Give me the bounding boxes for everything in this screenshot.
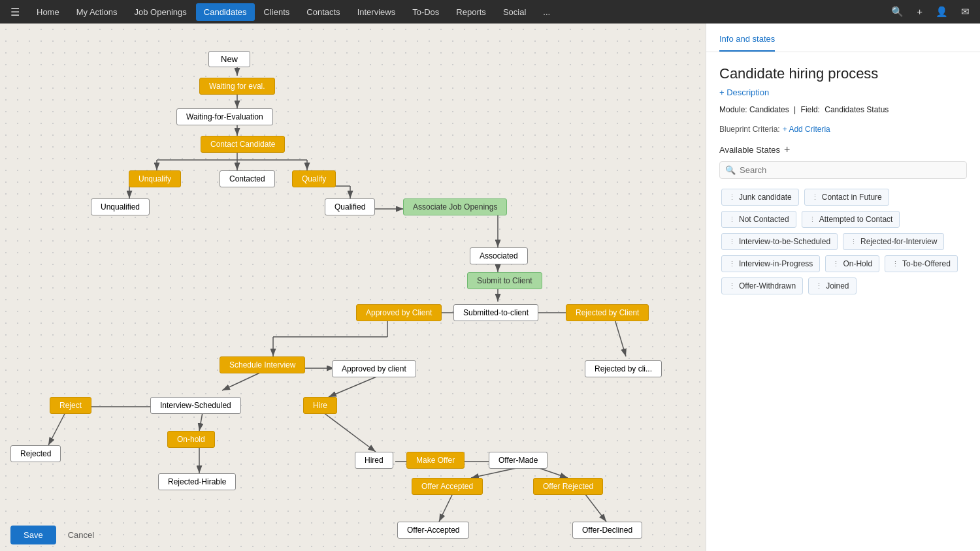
node-rejected[interactable]: Rejected [10,445,61,462]
nav-contacts[interactable]: Contacts [299,3,348,21]
state-interview-in-progress[interactable]: ⋮ Interview-in-Progress [721,255,820,272]
node-contact-candidate[interactable]: Contact Candidate [201,136,285,153]
node-schedule-interview[interactable]: Schedule Interview [220,356,305,373]
profile-icon[interactable]: 👤 [930,2,953,22]
nav-job-openings[interactable]: Job Openings [127,3,195,21]
nav-my-actions[interactable]: My Actions [69,3,125,21]
search-icon: 🔍 [725,165,736,175]
node-assoc-job[interactable]: Associate Job Openings [403,198,507,215]
search-box: 🔍 [719,161,967,179]
node-interview-scheduled[interactable]: Interview-Scheduled [150,397,241,414]
panel-main-title: Candidate hiring process [719,65,967,82]
svg-line-32 [471,467,519,478]
drag-icon: ⋮ [809,215,816,224]
add-state-button[interactable]: + [784,144,790,155]
mail-icon[interactable]: ✉ [956,2,975,22]
cancel-button[interactable]: Cancel [63,526,99,544]
search-input[interactable] [740,165,961,175]
search-icon[interactable]: 🔍 [886,2,909,22]
node-offer-accepted[interactable]: Offer Accepted [412,478,483,495]
nav-clients[interactable]: Clients [256,3,298,21]
nav-social[interactable]: Social [495,3,534,21]
state-to-be-offered[interactable]: ⋮ To-be-Offered [885,255,958,272]
svg-line-27 [199,413,203,431]
drag-icon: ⋮ [832,260,840,268]
drag-icon: ⋮ [850,238,857,246]
node-rejected-hirable[interactable]: Rejected-Hirable [158,473,236,490]
drag-icon: ⋮ [728,193,736,202]
description-link[interactable]: + Description [719,87,967,97]
state-attempted-to-contact[interactable]: ⋮ Attempted to Contact [802,211,900,228]
node-rejected-client[interactable]: Rejected by Client [566,304,649,321]
node-hired[interactable]: Hired [355,452,393,469]
panel-meta: Module: Candidates | Field: Candidates S… [719,105,967,114]
svg-line-23 [222,372,261,390]
flow-canvas[interactable]: New Waiting for eval. Waiting-for-Evalua… [0,24,706,551]
tab-info-states[interactable]: Info and states [719,34,775,52]
svg-line-35 [585,494,606,522]
drag-icon: ⋮ [728,282,736,291]
top-navigation: ☰ Home My Actions Job Openings Candidate… [0,0,980,24]
nav-home[interactable]: Home [29,3,67,21]
drag-icon: ⋮ [728,215,736,224]
node-offer-made[interactable]: Offer-Made [489,452,547,469]
svg-line-26 [48,413,65,445]
drag-icon: ⋮ [892,260,899,268]
svg-line-33 [537,467,568,478]
node-make-offer[interactable]: Make Offer [406,452,465,469]
available-states-title: Available States [719,145,780,155]
nav-todos[interactable]: To-Dos [404,3,447,21]
nav-reports[interactable]: Reports [448,3,494,21]
state-not-contacted[interactable]: ⋮ Not Contacted [721,211,796,228]
nav-interviews[interactable]: Interviews [350,3,404,21]
node-hire[interactable]: Hire [303,397,337,414]
node-submit-client[interactable]: Submit to Client [467,272,542,289]
panel-body: Candidate hiring process + Description M… [706,52,980,309]
nav-candidates[interactable]: Candidates [196,3,255,21]
svg-line-34 [439,494,453,522]
bottom-bar: Save Cancel [0,519,706,551]
node-qualify[interactable]: Qualify [292,170,336,187]
node-qualified[interactable]: Qualified [325,198,375,215]
panel-criteria: Blueprint Criteria: + Add Criteria [719,125,967,134]
add-icon[interactable]: + [911,2,928,22]
node-reject[interactable]: Reject [50,397,91,414]
node-approved-client[interactable]: Approved by Client [356,304,442,321]
node-offer-rejected[interactable]: Offer Rejected [533,478,603,495]
available-states-header: Available States + [719,144,967,155]
add-criteria-link[interactable]: + Add Criteria [783,125,830,134]
drag-icon: ⋮ [811,193,819,202]
node-associated[interactable]: Associated [470,247,528,264]
state-interview-to-be-scheduled[interactable]: ⋮ Interview-to-be-Scheduled [721,233,838,250]
node-on-hold[interactable]: On-hold [167,431,215,448]
drag-icon: ⋮ [728,238,736,246]
drag-icon: ⋮ [728,260,736,268]
node-unqualify[interactable]: Unqualify [129,170,181,187]
save-button[interactable]: Save [10,526,56,544]
state-offer-withdrawn[interactable]: ⋮ Offer-Withdrawn [721,277,803,294]
flow-arrows [0,24,706,551]
panel-header: Info and states [706,24,980,52]
nav-more[interactable]: ... [535,3,558,21]
state-junk-candidate[interactable]: ⋮ Junk candidate [721,189,799,206]
svg-line-36 [614,317,626,356]
svg-line-29 [323,413,376,452]
node-waiting-eval[interactable]: Waiting for eval. [199,78,275,95]
node-approved-by-client[interactable]: Approved by client [332,360,416,377]
node-contacted[interactable]: Contacted [220,170,275,187]
state-rejected-for-interview[interactable]: ⋮ Rejected-for-Interview [843,233,944,250]
node-unqualified[interactable]: Unqualified [91,198,150,215]
node-waiting-evaluation[interactable]: Waiting-for-Evaluation [176,108,273,125]
state-contact-in-future[interactable]: ⋮ Contact in Future [804,189,889,206]
drag-icon: ⋮ [815,282,823,291]
main-layout: New Waiting for eval. Waiting-for-Evalua… [0,24,980,551]
node-new[interactable]: New [208,51,250,67]
state-joined[interactable]: ⋮ Joined [808,277,856,294]
states-list: ⋮ Junk candidate ⋮ Contact in Future ⋮ N… [719,187,967,296]
hamburger-icon[interactable]: ☰ [5,2,25,22]
node-rejected-cli[interactable]: Rejected by cli... [585,360,662,377]
state-on-hold[interactable]: ⋮ On-Hold [825,255,879,272]
node-submitted-client[interactable]: Submitted-to-client [453,304,538,321]
right-panel: Info and states Candidate hiring process… [706,24,980,551]
